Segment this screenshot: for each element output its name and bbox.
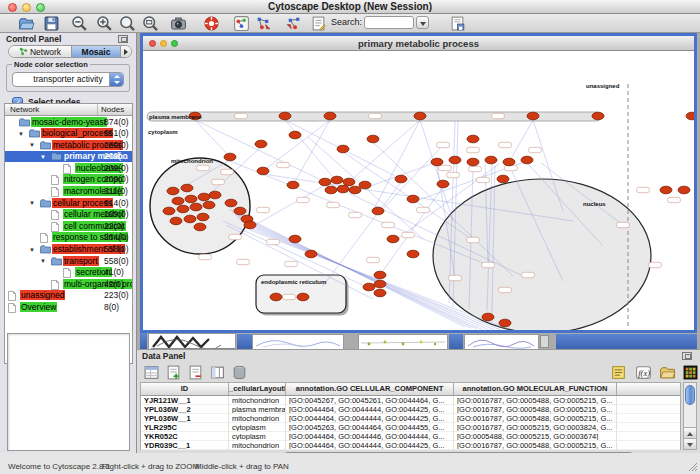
table-cell[interactable]: cytoplasm: [229, 432, 286, 441]
import-attributes-icon[interactable]: [659, 364, 676, 381]
network-node[interactable]: [209, 191, 221, 199]
tab-network[interactable]: Network: [9, 46, 71, 57]
network-node[interactable]: [527, 112, 539, 120]
background-window-border[interactable]: [140, 333, 147, 349]
tree-row[interactable]: ▼establishment of lo558(0): [5, 244, 132, 256]
network-node[interactable]: [172, 197, 184, 205]
network-window-titlebar[interactable]: primary metabolic process: [143, 36, 694, 51]
birds-eye-view[interactable]: [7, 333, 130, 451]
network-node[interactable]: [331, 176, 343, 184]
tree-row[interactable]: Overview8(0): [5, 302, 132, 314]
table-column-header[interactable]: _cellularLayoutRegion: [229, 383, 286, 395]
background-window-border[interactable]: [449, 334, 463, 349]
network-node[interactable]: [224, 153, 236, 161]
tree-expand-icon[interactable]: ▼: [18, 130, 24, 138]
network-node[interactable]: [660, 186, 672, 194]
table-cell[interactable]: mitochondrion: [229, 441, 286, 450]
network-frame-icon[interactable]: [233, 15, 250, 32]
help-icon[interactable]: [203, 15, 220, 32]
function-builder-icon[interactable]: f(x): [635, 364, 652, 381]
table-row[interactable]: YPL036W__2plasma membrane[GO:0044464, GO…: [141, 405, 680, 414]
heatmap-icon[interactable]: [682, 364, 699, 381]
select-attributes-icon[interactable]: [143, 364, 160, 381]
table-cell[interactable]: [GO:0044464, GO:0044444, GO:0044425, G..…: [286, 441, 454, 450]
network-node[interactable]: [592, 112, 604, 120]
tree-row[interactable]: ▼cellular process614(0): [5, 197, 132, 209]
tree-row[interactable]: cell communicat22(0): [5, 220, 132, 232]
network-node[interactable]: [225, 199, 237, 207]
save-icon[interactable]: [43, 15, 60, 32]
tree-row[interactable]: nucleobase-209(0): [5, 162, 132, 174]
background-window-sliver[interactable]: [464, 334, 539, 349]
network-node[interactable]: [467, 135, 479, 143]
network-node[interactable]: [181, 184, 193, 192]
table-column-header[interactable]: annotation.GO CELLULAR_COMPONENT: [286, 383, 454, 395]
table-cell[interactable]: [GO:0016787, GO:0005488, GO:0005215, G..…: [454, 414, 617, 423]
tree-expand-icon[interactable]: ▼: [29, 141, 35, 149]
label-options-icon[interactable]: [610, 364, 627, 381]
import-network-icon[interactable]: [255, 15, 272, 32]
network-node[interactable]: [372, 207, 384, 215]
table-row[interactable]: YPL036W__1mitochondrion[GO:0044464, GO:0…: [141, 414, 680, 423]
network-node[interactable]: [407, 195, 419, 203]
resize-grip[interactable]: [687, 461, 698, 472]
background-window-border[interactable]: [237, 334, 252, 349]
network-node[interactable]: [437, 180, 449, 188]
tree-row[interactable]: response to stimulu264(0): [5, 232, 132, 244]
network-node[interactable]: [255, 140, 267, 148]
network-node[interactable]: [198, 193, 210, 201]
float-panel-icon[interactable]: [682, 352, 692, 360]
table-cell[interactable]: YJR121W__1: [141, 396, 229, 405]
network-node[interactable]: [305, 250, 317, 258]
table-cell[interactable]: cytoplasm: [229, 423, 286, 432]
network-node[interactable]: [387, 235, 399, 243]
network-node[interactable]: [279, 112, 291, 120]
background-window-sliver[interactable]: [252, 334, 344, 349]
scroll-up-icon[interactable]: [684, 427, 696, 438]
zoom-out-icon[interactable]: [71, 15, 88, 32]
delete-row-icon[interactable]: [231, 364, 248, 381]
table-cell[interactable]: mitochondrion: [229, 396, 286, 405]
network-node[interactable]: [337, 145, 349, 153]
network-node[interactable]: [363, 283, 375, 291]
table-row[interactable]: YDR039C__1mitochondrion[GO:0044464, GO:0…: [141, 441, 680, 450]
tree-expand-icon[interactable]: ▼: [40, 257, 46, 265]
table-cell[interactable]: YPL036W__2: [141, 405, 229, 414]
network-node[interactable]: [203, 201, 215, 209]
table-cell[interactable]: [GO:0045267, GO:0045261, GO:0044464, G..…: [286, 396, 454, 405]
network-node[interactable]: [367, 135, 379, 143]
table-cell[interactable]: YLR295C: [141, 423, 229, 432]
network-node[interactable]: [499, 319, 511, 327]
search-dropdown-icon[interactable]: [416, 16, 429, 29]
network-node[interactable]: [184, 215, 196, 223]
table-cell[interactable]: [GO:0016787, GO:0005488, GO:0005215, G..…: [454, 441, 617, 450]
network-node[interactable]: [431, 158, 443, 166]
table-cell[interactable]: [GO:0044464, GO:0044444, GO:0044425, G..…: [286, 414, 454, 423]
table-column-header[interactable]: ID: [141, 383, 229, 395]
network-node[interactable]: [325, 186, 337, 194]
network-node[interactable]: [289, 235, 301, 243]
table-cell[interactable]: YPL036W__1: [141, 414, 229, 423]
node-color-dropdown[interactable]: transporter activity: [12, 72, 124, 87]
table-cell[interactable]: [GO:0005488, GO:0005215, GO:0003674]: [454, 432, 617, 441]
tree-row[interactable]: multi-organism pro42(0): [5, 278, 132, 290]
scroll-down-icon[interactable]: [684, 438, 696, 449]
tree-row[interactable]: cellular metabol209(0): [5, 209, 132, 221]
network-node[interactable]: [190, 203, 202, 211]
table-cell[interactable]: plasma membrane: [229, 405, 286, 414]
network-node[interactable]: [289, 131, 301, 139]
tree-row[interactable]: unassigned223(0): [5, 290, 132, 302]
tree-row[interactable]: ▼primary metabo209(...: [5, 151, 132, 163]
network-node[interactable]: [686, 112, 694, 120]
open-icon[interactable]: [18, 15, 35, 32]
network-canvas[interactable]: plasma membranecytoplasmmitochondrionnuc…: [143, 51, 694, 330]
search-input[interactable]: [364, 16, 414, 29]
network-graph[interactable]: plasma membranecytoplasmmitochondrionnuc…: [143, 51, 694, 330]
tree-row[interactable]: mosaic-demo-yeast874(0): [5, 116, 132, 128]
scrollbar-thumb[interactable]: [685, 385, 695, 405]
tree-row[interactable]: macromolecule311(0): [5, 186, 132, 198]
table-cell[interactable]: [GO:0016787, GO:0005488, GO:0005215, G..…: [454, 396, 617, 405]
tree-row[interactable]: nitrogen compo209(0): [5, 174, 132, 186]
network-node[interactable]: [485, 156, 497, 164]
table-cell[interactable]: YKR052C: [141, 432, 229, 441]
